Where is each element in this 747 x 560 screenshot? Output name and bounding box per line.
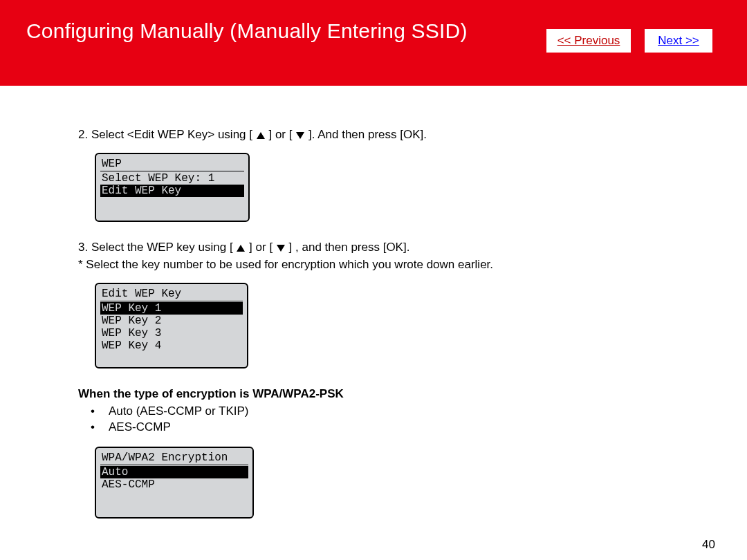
next-button[interactable]: Next >> xyxy=(645,29,712,53)
page-title: Configuring Manually (Manually Entering … xyxy=(26,19,468,43)
lcd-title: WEP xyxy=(100,158,244,171)
lcd-screen-edit-wep-key: Edit WEP Key WEP Key 1 WEP Key 2 WEP Key… xyxy=(95,283,248,368)
down-arrow-icon xyxy=(296,132,304,139)
page-number: 40 xyxy=(702,538,715,552)
step-3-text-c: ] , and then press [OK]. xyxy=(289,241,410,254)
lcd-row: Select WEP Key: 1 xyxy=(100,172,244,185)
banner: Configuring Manually (Manually Entering … xyxy=(0,0,747,86)
step-2-text-c: ]. And then press [OK]. xyxy=(308,128,427,141)
step-2-text-a: 2. Select <Edit WEP Key> using [ xyxy=(78,128,252,141)
lcd-row-selected: WEP Key 1 xyxy=(100,302,243,315)
lcd-title: WPA/WPA2 Encryption xyxy=(100,451,248,465)
lcd-row: AES-CCMP xyxy=(100,478,248,491)
step-2-text-b: ] or [ xyxy=(268,128,292,141)
up-arrow-icon xyxy=(257,132,265,139)
bullet-item: AES-CCMP xyxy=(91,420,643,436)
lcd-screen-wep: WEP Select WEP Key: 1 Edit WEP Key xyxy=(95,153,250,222)
up-arrow-icon xyxy=(237,245,245,252)
previous-button[interactable]: << Previous xyxy=(546,29,631,53)
content: 2. Select <Edit WEP Key> using [ ] or [ … xyxy=(0,86,643,519)
lcd-title: Edit WEP Key xyxy=(100,288,243,301)
down-arrow-icon xyxy=(277,245,285,252)
lcd-row-selected: Edit WEP Key xyxy=(100,185,244,197)
lcd-row: WEP Key 4 xyxy=(100,339,243,352)
lcd-screen-wpa-encryption: WPA/WPA2 Encryption Auto AES-CCMP xyxy=(95,447,254,519)
bullet-item: Auto (AES-CCMP or TKIP) xyxy=(91,404,643,420)
lcd-row: WEP Key 3 xyxy=(100,327,243,339)
wpa-bullets: Auto (AES-CCMP or TKIP) AES-CCMP xyxy=(78,404,643,436)
lcd-row-selected: Auto xyxy=(100,466,248,478)
lcd-row: WEP Key 2 xyxy=(100,315,243,327)
step-2: 2. Select <Edit WEP Key> using [ ] or [ … xyxy=(78,127,643,143)
step-3: 3. Select the WEP key using [ ] or [ ] ,… xyxy=(78,240,643,256)
step-3-text-a: 3. Select the WEP key using [ xyxy=(78,241,233,254)
step-3-note: * Select the key number to be used for e… xyxy=(78,257,643,273)
wpa-heading: When the type of encryption is WPA/WPA2-… xyxy=(78,386,643,402)
step-3-text-b: ] or [ xyxy=(249,241,273,254)
